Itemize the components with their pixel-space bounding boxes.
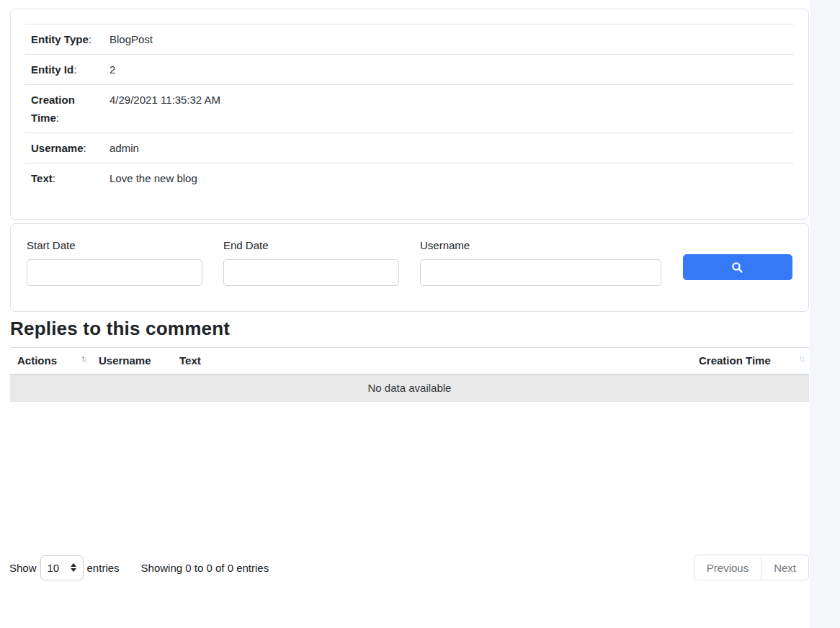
detail-value: BlogPost	[104, 24, 794, 55]
detail-label: Entity Id:	[25, 55, 104, 85]
search-button[interactable]	[683, 254, 792, 280]
pagination-summary: Showing 0 to 0 of 0 entries	[141, 562, 269, 574]
previous-page-button[interactable]: Previous	[694, 555, 761, 580]
pager-buttons: Previous Next	[694, 555, 809, 580]
detail-row-username: Username: admin	[25, 133, 794, 163]
username-filter-input[interactable]	[420, 259, 661, 286]
detail-value: Love the new blog	[104, 163, 794, 194]
end-date-label: End Date	[223, 238, 399, 253]
detail-row-text: Text: Love the new blog	[25, 163, 794, 194]
page-size-select[interactable]: 10	[40, 555, 84, 580]
sort-icon[interactable]: ↑↓	[798, 353, 803, 364]
detail-label: Username:	[25, 133, 104, 163]
detail-label: Entity Type:	[25, 24, 104, 55]
no-data-message: No data available	[10, 374, 809, 402]
detail-row-entity-type: Entity Type: BlogPost	[25, 24, 794, 55]
sort-asc-icon[interactable]: ↑↓	[81, 353, 86, 364]
start-date-label: Start Date	[27, 238, 202, 253]
page-size-value: 10	[48, 562, 60, 574]
main-content: Entity Type: BlogPost Entity Id: 2 Creat…	[0, 0, 809, 580]
detail-value: 2	[104, 55, 794, 85]
replies-heading: Replies to this comment	[10, 318, 809, 339]
filter-card: Start Date End Date Username	[10, 223, 809, 312]
detail-value: admin	[104, 133, 794, 163]
replies-table: Actions ↑↓ Username Text Creation Time ↑…	[10, 347, 809, 402]
entries-label: entries	[87, 562, 120, 574]
show-label: Show	[9, 562, 37, 574]
detail-label: Creation Time:	[25, 85, 104, 133]
username-filter-label: Username	[420, 238, 661, 253]
select-spinner-icon	[71, 563, 76, 572]
replies-table-header-row: Actions ↑↓ Username Text Creation Time ↑…	[10, 348, 809, 374]
pagination-bar: Show 10 entries Showing 0 to 0 of 0 entr…	[0, 555, 809, 580]
detail-value: 4/29/2021 11:35:32 AM	[104, 85, 794, 133]
page-background-strip	[810, 0, 840, 628]
detail-row-creation-time: Creation Time: 4/29/2021 11:35:32 AM	[25, 85, 794, 133]
detail-label: Text:	[25, 163, 104, 194]
column-header-text: Text	[172, 348, 692, 374]
end-date-input[interactable]	[223, 259, 399, 286]
column-header-actions[interactable]: Actions ↑↓	[10, 348, 91, 374]
empty-state-row: No data available	[10, 374, 809, 402]
comment-detail-card: Entity Type: BlogPost Entity Id: 2 Creat…	[10, 9, 809, 220]
detail-row-entity-id: Entity Id: 2	[25, 55, 794, 85]
next-page-button[interactable]: Next	[761, 555, 809, 580]
column-header-creation-time[interactable]: Creation Time ↑↓	[692, 348, 809, 374]
search-icon	[731, 261, 743, 274]
start-date-input[interactable]	[27, 259, 202, 286]
column-header-username: Username	[91, 348, 172, 374]
comment-detail-table: Entity Type: BlogPost Entity Id: 2 Creat…	[25, 24, 794, 193]
